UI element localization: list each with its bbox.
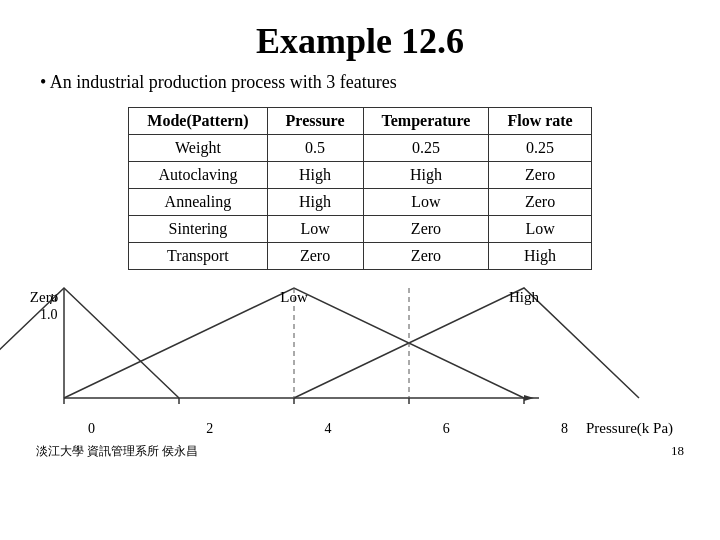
table-row: Weight0.50.250.25 [129,135,591,162]
table-row: AutoclavingHighHighZero [129,162,591,189]
footer-page-number: 18 [671,443,684,460]
page: Example 12.6 • An industrial production … [0,0,720,540]
pressure-label: Pressure(k Pa) [586,420,673,437]
table-cell: Low [489,216,591,243]
table-cell: Autoclaving [129,162,267,189]
table-cell: Zero [489,189,591,216]
chart-area: μ 1.0 [30,288,690,437]
table-cell: High [489,243,591,270]
table-cell: 0.25 [363,135,489,162]
high-triangle [294,288,639,398]
zero-label: Zero [29,289,57,305]
table-cell: Zero [489,162,591,189]
x-val-6: 6 [443,421,450,437]
table-cell: Zero [267,243,363,270]
table-cell: Zero [363,243,489,270]
table-cell: Low [267,216,363,243]
table-container: Mode(Pattern) Pressure Temperature Flow … [30,107,690,270]
low-label: Low [280,289,308,305]
table-cell: High [267,189,363,216]
table-row: SinteringLowZeroLow [129,216,591,243]
table-row: TransportZeroZeroHigh [129,243,591,270]
table-cell: Weight [129,135,267,162]
x-val-8: 8 [561,421,568,437]
table-row: AnnealingHighLowZero [129,189,591,216]
bottom-row: 0 2 4 6 8 Pressure(k Pa) [40,420,690,437]
data-table: Mode(Pattern) Pressure Temperature Flow … [128,107,591,270]
table-cell: Sintering [129,216,267,243]
table-cell: 0.5 [267,135,363,162]
x-val-4: 4 [325,421,332,437]
table-cell: High [267,162,363,189]
table-cell: 0.25 [489,135,591,162]
col-header-temperature: Temperature [363,108,489,135]
footer-institution: 淡江大學 資訊管理系所 侯永昌 [36,443,198,460]
table-cell: Low [363,189,489,216]
table-cell: Annealing [129,189,267,216]
table-cell: Transport [129,243,267,270]
fuzzy-chart: Zero Low High [64,288,544,418]
zero-triangle [0,288,179,398]
subtitle: • An industrial production process with … [30,72,397,93]
footer: 淡江大學 資訊管理系所 侯永昌 18 [30,443,690,460]
table-cell: High [363,162,489,189]
col-header-flowrate: Flow rate [489,108,591,135]
col-header-pressure: Pressure [267,108,363,135]
y-one-label: 1.0 [40,307,58,323]
page-title: Example 12.6 [30,20,690,62]
x-val-2: 2 [206,421,213,437]
x-val-0: 0 [88,421,95,437]
high-label: High [509,289,540,305]
table-cell: Zero [363,216,489,243]
col-header-mode: Mode(Pattern) [129,108,267,135]
